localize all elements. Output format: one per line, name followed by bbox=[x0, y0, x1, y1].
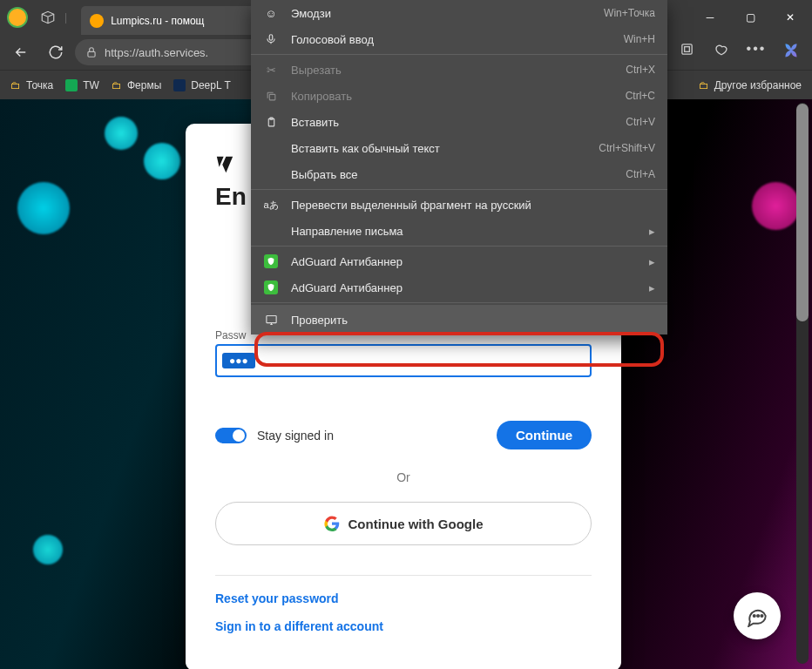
lock-icon bbox=[85, 46, 98, 58]
divider bbox=[215, 575, 592, 576]
scrollbar-thumb[interactable] bbox=[796, 104, 809, 321]
copilot-button[interactable] bbox=[775, 35, 807, 70]
bookmark-label: TW bbox=[83, 79, 99, 91]
profile-avatar[interactable] bbox=[7, 7, 28, 28]
browser-tab[interactable]: Lumpics.ru - помощ bbox=[81, 6, 264, 35]
bookmark-label: DeepL Т bbox=[191, 79, 231, 91]
different-account-link[interactable]: Sign in to a different account bbox=[215, 619, 592, 633]
adobe-logo-icon bbox=[215, 155, 234, 174]
menu-select-all[interactable]: Выбрать всеCtrl+A bbox=[251, 161, 667, 187]
minimize-button[interactable]: ─ bbox=[690, 0, 730, 35]
reset-password-link[interactable]: Reset your password bbox=[215, 591, 592, 605]
tab-favicon bbox=[90, 14, 104, 28]
menu-adguard[interactable]: AdGuard Антибаннер▸ bbox=[251, 248, 667, 274]
more-icon[interactable]: ••• bbox=[741, 35, 772, 63]
cut-icon: ✂ bbox=[263, 64, 279, 77]
menu-translate[interactable]: aあПеревести выделенный фрагмент на русск… bbox=[251, 192, 667, 218]
menu-cut: ✂ВырезатьCtrl+X bbox=[251, 57, 667, 83]
folder-icon: 🗀 bbox=[699, 79, 709, 91]
sheets-icon bbox=[65, 79, 78, 91]
submenu-arrow-icon: ▸ bbox=[649, 255, 655, 268]
bookmark-item[interactable]: 🗀Фермы bbox=[112, 79, 161, 91]
google-signin-label: Continue with Google bbox=[348, 517, 484, 531]
bookmark-label: Фермы bbox=[127, 79, 161, 91]
continue-button[interactable]: Continue bbox=[497, 421, 592, 449]
password-chip: ●●● bbox=[222, 353, 255, 368]
adguard-icon bbox=[264, 280, 278, 294]
translate-icon: aあ bbox=[263, 199, 279, 212]
svg-point-3 bbox=[754, 615, 755, 617]
favorites-icon[interactable] bbox=[706, 35, 737, 63]
menu-voice-input[interactable]: Голосовой вводWin+H bbox=[251, 26, 667, 52]
menu-adguard[interactable]: AdGuard Антибаннер▸ bbox=[251, 274, 667, 301]
menu-text-direction[interactable]: Направление письма▸ bbox=[251, 218, 667, 244]
bookmark-item[interactable]: 🗀Точка bbox=[10, 79, 53, 91]
other-bookmarks[interactable]: 🗀Другое избранное bbox=[699, 79, 802, 91]
extensions-icon[interactable] bbox=[671, 35, 702, 63]
url-text: https://auth.services. bbox=[105, 46, 208, 59]
close-button[interactable]: ✕ bbox=[770, 0, 810, 35]
chat-fab[interactable] bbox=[734, 592, 781, 639]
maximize-button[interactable]: ▢ bbox=[730, 0, 770, 35]
svg-rect-7 bbox=[269, 94, 275, 100]
svg-rect-1 bbox=[681, 44, 691, 53]
context-menu: ☺ЭмодзиWin+Точка Голосовой вводWin+H ✂Вы… bbox=[251, 0, 667, 334]
menu-paste-plain[interactable]: Вставить как обычный текстCtrl+Shift+V bbox=[251, 135, 667, 161]
svg-point-4 bbox=[757, 615, 759, 617]
stay-signed-label: Stay signed in bbox=[257, 429, 334, 443]
bookmark-item[interactable]: TW bbox=[65, 79, 99, 91]
submenu-arrow-icon: ▸ bbox=[649, 225, 655, 238]
inspect-icon bbox=[263, 314, 279, 327]
window-controls: ─ ▢ ✕ bbox=[690, 0, 810, 35]
bookmark-item[interactable]: DeepL Т bbox=[173, 79, 231, 91]
password-input[interactable]: ●●● bbox=[215, 344, 592, 377]
svg-rect-0 bbox=[88, 51, 95, 57]
emoji-icon: ☺ bbox=[263, 7, 279, 20]
chat-icon bbox=[746, 605, 768, 627]
svg-rect-6 bbox=[269, 35, 273, 40]
mic-icon bbox=[263, 33, 279, 45]
back-button[interactable] bbox=[5, 38, 37, 66]
copy-icon bbox=[263, 91, 279, 102]
menu-emoji[interactable]: ☺ЭмодзиWin+Точка bbox=[251, 0, 667, 26]
folder-icon: 🗀 bbox=[112, 79, 122, 91]
menu-inspect[interactable]: Проверить bbox=[251, 305, 667, 334]
adguard-icon bbox=[264, 254, 278, 268]
or-divider: Or bbox=[215, 470, 592, 484]
google-signin-button[interactable]: Continue with Google bbox=[215, 502, 592, 545]
google-icon bbox=[324, 516, 340, 531]
paste-icon bbox=[263, 117, 279, 128]
svg-rect-2 bbox=[684, 46, 689, 51]
bookmark-label: Точка bbox=[26, 79, 53, 91]
submenu-arrow-icon: ▸ bbox=[649, 281, 655, 294]
svg-point-5 bbox=[761, 615, 762, 617]
deepl-icon bbox=[173, 79, 186, 91]
folder-icon: 🗀 bbox=[10, 79, 21, 91]
bookmark-label: Другое избранное bbox=[714, 79, 802, 91]
menu-paste[interactable]: ВставитьCtrl+V bbox=[251, 109, 667, 135]
tab-title: Lumpics.ru - помощ bbox=[111, 15, 204, 27]
menu-copy: КопироватьCtrl+C bbox=[251, 83, 667, 109]
stay-signed-toggle[interactable] bbox=[215, 428, 247, 443]
svg-rect-10 bbox=[266, 315, 275, 322]
refresh-button[interactable] bbox=[40, 38, 71, 66]
workspaces-icon[interactable] bbox=[40, 10, 56, 25]
